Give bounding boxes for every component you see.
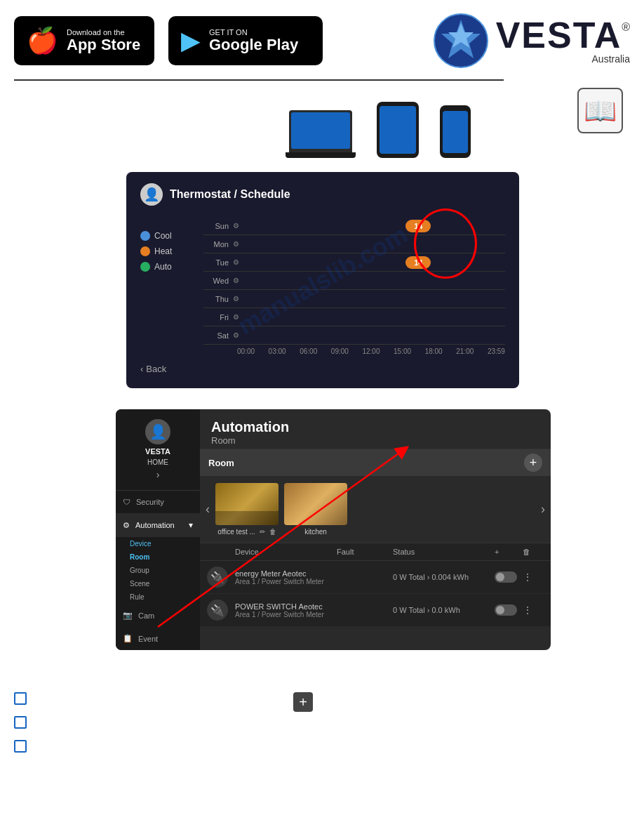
device-toggle-2[interactable] <box>495 604 517 616</box>
device-area-1: Area 1 / Power Switch Meter <box>235 578 337 585</box>
user-avatar: 👤 <box>145 419 170 444</box>
laptop-screen <box>291 112 350 149</box>
vesta-name: VESTA ® Australia <box>496 17 630 65</box>
laptop-shape <box>289 110 352 152</box>
checkbox-1[interactable] <box>14 692 27 705</box>
device-icon-1: 🔌 <box>207 567 228 588</box>
sidebar-sub-scene[interactable]: Scene <box>116 577 200 590</box>
day-label-thu: Thu <box>203 295 229 303</box>
device-status-2: 0 W Total › 0.0 kWh <box>393 606 495 614</box>
day-label-sun: Sun <box>203 222 229 230</box>
room-label-office: office test ... <box>217 528 255 536</box>
sidebar-sub-group[interactable]: Group <box>116 564 200 577</box>
divider <box>14 79 504 81</box>
plus-icon: + <box>530 456 537 470</box>
phone-screen <box>443 111 468 153</box>
sidebar-sub-room[interactable]: Room <box>116 550 200 564</box>
add-bottom-button[interactable]: + <box>293 692 313 712</box>
delete-icon[interactable]: 🗑 <box>269 528 276 536</box>
time-axis: 00:00 03:00 06:00 09:00 12:00 15:00 18:0… <box>203 348 505 355</box>
device-more-1[interactable]: ⋮ <box>523 571 544 583</box>
day-row-mon: Mon ⚙ <box>203 235 505 253</box>
app-store-button[interactable]: 🍎 Download on the App Store <box>14 16 154 65</box>
thermo-header: 👤 Thermostat / Schedule <box>140 183 505 206</box>
thermo-content: Cool Heat Auto Sun ⚙ <box>140 217 505 355</box>
thermo-schedule: Sun ⚙ 14 Mon ⚙ <box>203 217 505 355</box>
manual-icon-wrapper[interactable]: 📖 <box>577 88 623 133</box>
carousel-left-arrow[interactable]: ‹ <box>206 502 210 517</box>
cool-label: Cool <box>154 231 172 241</box>
day-label-tue: Tue <box>203 258 229 267</box>
room-label-kitchen: kitchen <box>304 528 327 536</box>
sidebar-item-cam[interactable]: 📷 Cam <box>116 604 200 627</box>
cam-label: Cam <box>138 611 154 620</box>
device-icon-2: 🔌 <box>207 600 228 621</box>
room-thumb-office[interactable]: office test ... ✏ 🗑 <box>215 483 279 536</box>
devices-table-header: Device Fault Status + 🗑 <box>200 543 551 561</box>
manual-icon: 📖 <box>584 95 617 126</box>
day-gear-fri: ⚙ <box>233 313 239 321</box>
device-row-2: 🔌 POWER SWITCH Aeotec Area 1 / Power Swi… <box>200 594 551 627</box>
automation-label: Automation <box>135 521 175 529</box>
back-button[interactable]: ‹ Back <box>140 364 505 374</box>
device-more-2[interactable]: ⋮ <box>523 604 544 616</box>
schedule-block-tue[interactable]: 14 <box>405 256 431 269</box>
day-track-tue: 14 <box>243 253 505 271</box>
thermostat-container: 👤 Thermostat / Schedule Cool Heat Auto <box>126 172 519 388</box>
sidebar-item-automation[interactable]: ⚙ Automation ▾ <box>116 513 200 537</box>
room-label: Room <box>208 458 234 468</box>
event-icon: 📋 <box>123 634 133 643</box>
laptop-base <box>286 152 356 158</box>
device-row-1: 🔌 energy Meter Aeotec Area 1 / Power Swi… <box>200 561 551 594</box>
automation-header: Automation Room <box>200 409 551 449</box>
back-chevron-icon: ‹ <box>140 364 143 374</box>
sidebar-sub-rule[interactable]: Rule <box>116 590 200 604</box>
legend-auto: Auto <box>140 262 189 272</box>
sidebar-sub-device[interactable]: Device <box>116 537 200 550</box>
room-thumb-living-img <box>215 483 279 525</box>
schedule-block-sun[interactable]: 14 <box>405 220 431 232</box>
automation-expand-icon[interactable]: ▾ <box>189 520 193 530</box>
automation-container: 👤 VESTA HOME › 🛡 Security ⚙ Automation ▾… <box>116 409 551 650</box>
device-toggle-1[interactable] <box>495 571 517 583</box>
col-add-icon[interactable]: + <box>495 548 523 556</box>
play-icon: ▶ <box>181 26 201 55</box>
day-gear-tue: ⚙ <box>233 258 239 266</box>
day-row-wed: Wed ⚙ <box>203 272 505 290</box>
checkbox-3[interactable] <box>14 740 27 753</box>
security-label: Security <box>136 498 164 506</box>
thermo-title-text: Thermostat / Schedule <box>170 188 290 201</box>
day-row-tue: Tue ⚙ 14 <box>203 253 505 272</box>
add-room-button[interactable]: + <box>524 454 542 472</box>
day-gear-sun: ⚙ <box>233 222 239 230</box>
sidebar-item-security[interactable]: 🛡 Security <box>116 491 200 513</box>
checkbox-2[interactable] <box>14 716 27 729</box>
event-label: Event <box>138 635 158 643</box>
device-info-2: POWER SWITCH Aeotec Area 1 / Power Switc… <box>235 602 337 618</box>
day-track-mon <box>243 235 505 253</box>
phone-device <box>440 105 471 158</box>
thermo-avatar-icon: 👤 <box>140 183 163 206</box>
user-name: VESTA <box>145 447 170 456</box>
automation-title: Automation <box>211 419 539 435</box>
room-thumb-kitchen[interactable]: kitchen <box>284 483 347 536</box>
day-track-wed <box>243 272 505 289</box>
automation-main: Automation Room Room + ‹ <box>200 409 551 650</box>
shield-icon: 🛡 <box>123 498 130 506</box>
day-gear-wed: ⚙ <box>233 277 239 284</box>
day-row-thu: Thu ⚙ <box>203 290 505 308</box>
sidebar-item-event[interactable]: 📋 Event <box>116 627 200 650</box>
bottom-section: + <box>0 671 644 774</box>
day-track-fri <box>243 308 505 326</box>
edit-icon[interactable]: ✏ <box>260 528 265 536</box>
expand-icon[interactable]: › <box>156 469 160 480</box>
day-label-sat: Sat <box>203 331 229 340</box>
device-area-2: Area 1 / Power Switch Meter <box>235 611 337 618</box>
carousel-right-arrow[interactable]: › <box>541 502 545 517</box>
heat-label: Heat <box>154 246 172 256</box>
automation-wrapper: 👤 VESTA HOME › 🛡 Security ⚙ Automation ▾… <box>0 409 644 650</box>
day-label-wed: Wed <box>203 277 229 285</box>
vesta-brand-text: VESTA <box>496 17 622 53</box>
col-delete-icon[interactable]: 🗑 <box>523 548 544 556</box>
google-play-button[interactable]: ▶ GET IT ON Google Play <box>168 16 323 65</box>
